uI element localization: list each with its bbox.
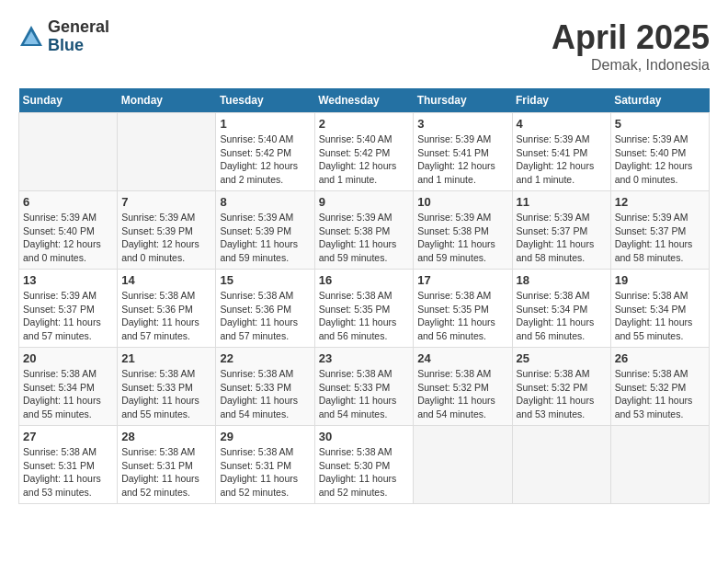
month-title: April 2025 — [552, 18, 710, 57]
day-number: 21 — [121, 351, 211, 365]
calendar-cell: 12Sunrise: 5:39 AM Sunset: 5:37 PM Dayli… — [610, 191, 709, 270]
calendar-cell: 8Sunrise: 5:39 AM Sunset: 5:39 PM Daylig… — [216, 191, 314, 270]
calendar-header-wednesday: Wednesday — [314, 88, 414, 113]
day-number: 17 — [417, 273, 507, 287]
calendar-cell: 24Sunrise: 5:38 AM Sunset: 5:32 PM Dayli… — [414, 348, 512, 426]
day-info: Sunrise: 5:38 AM Sunset: 5:33 PM Dayligh… — [319, 367, 410, 421]
day-info: Sunrise: 5:38 AM Sunset: 5:33 PM Dayligh… — [220, 367, 310, 421]
day-info: Sunrise: 5:39 AM Sunset: 5:37 PM Dayligh… — [517, 211, 607, 265]
calendar-header-sunday: Sunday — [19, 88, 118, 113]
day-number: 24 — [417, 351, 507, 365]
day-info: Sunrise: 5:39 AM Sunset: 5:37 PM Dayligh… — [615, 211, 705, 265]
calendar-cell: 29Sunrise: 5:38 AM Sunset: 5:31 PM Dayli… — [216, 426, 314, 504]
calendar-header-row: SundayMondayTuesdayWednesdayThursdayFrid… — [19, 88, 710, 113]
calendar-header-monday: Monday — [118, 88, 216, 113]
logo: General Blue — [18, 18, 109, 55]
day-info: Sunrise: 5:39 AM Sunset: 5:39 PM Dayligh… — [121, 211, 211, 265]
calendar-cell: 21Sunrise: 5:38 AM Sunset: 5:33 PM Dayli… — [118, 348, 216, 426]
day-number: 12 — [615, 195, 705, 209]
calendar-cell: 20Sunrise: 5:38 AM Sunset: 5:34 PM Dayli… — [19, 348, 118, 426]
calendar-cell: 11Sunrise: 5:39 AM Sunset: 5:37 PM Dayli… — [512, 191, 610, 270]
day-info: Sunrise: 5:38 AM Sunset: 5:36 PM Dayligh… — [220, 289, 310, 343]
calendar-header-tuesday: Tuesday — [216, 88, 314, 113]
day-info: Sunrise: 5:40 AM Sunset: 5:42 PM Dayligh… — [220, 132, 310, 187]
day-info: Sunrise: 5:39 AM Sunset: 5:38 PM Dayligh… — [319, 211, 410, 265]
day-info: Sunrise: 5:38 AM Sunset: 5:31 PM Dayligh… — [23, 445, 113, 500]
calendar-week-row: 27Sunrise: 5:38 AM Sunset: 5:31 PM Dayli… — [19, 426, 710, 504]
day-number: 19 — [615, 273, 705, 287]
day-info: Sunrise: 5:38 AM Sunset: 5:31 PM Dayligh… — [220, 445, 310, 500]
day-info: Sunrise: 5:38 AM Sunset: 5:33 PM Dayligh… — [121, 367, 211, 421]
calendar-cell: 14Sunrise: 5:38 AM Sunset: 5:36 PM Dayli… — [118, 270, 216, 348]
day-number: 28 — [121, 430, 211, 443]
calendar-cell: 5Sunrise: 5:39 AM Sunset: 5:40 PM Daylig… — [610, 113, 709, 191]
calendar-cell: 22Sunrise: 5:38 AM Sunset: 5:33 PM Dayli… — [216, 348, 314, 426]
day-number: 7 — [121, 195, 211, 209]
day-number: 5 — [615, 117, 705, 131]
calendar-cell: 28Sunrise: 5:38 AM Sunset: 5:31 PM Dayli… — [118, 426, 216, 504]
calendar-cell: 13Sunrise: 5:39 AM Sunset: 5:37 PM Dayli… — [19, 270, 118, 348]
day-info: Sunrise: 5:39 AM Sunset: 5:40 PM Dayligh… — [615, 132, 705, 187]
calendar-cell: 9Sunrise: 5:39 AM Sunset: 5:38 PM Daylig… — [314, 191, 414, 270]
calendar-cell — [610, 426, 709, 504]
day-info: Sunrise: 5:39 AM Sunset: 5:39 PM Dayligh… — [220, 211, 310, 265]
calendar-cell: 4Sunrise: 5:39 AM Sunset: 5:41 PM Daylig… — [512, 113, 610, 191]
day-info: Sunrise: 5:38 AM Sunset: 5:32 PM Dayligh… — [517, 367, 607, 421]
calendar-week-row: 1Sunrise: 5:40 AM Sunset: 5:42 PM Daylig… — [19, 113, 710, 191]
day-number: 20 — [23, 351, 113, 365]
day-number: 23 — [319, 351, 410, 365]
calendar-cell: 23Sunrise: 5:38 AM Sunset: 5:33 PM Dayli… — [314, 348, 414, 426]
calendar-cell: 18Sunrise: 5:38 AM Sunset: 5:34 PM Dayli… — [512, 270, 610, 348]
calendar-cell: 1Sunrise: 5:40 AM Sunset: 5:42 PM Daylig… — [216, 113, 314, 191]
calendar-cell: 16Sunrise: 5:38 AM Sunset: 5:35 PM Dayli… — [314, 270, 414, 348]
calendar-cell — [19, 113, 118, 191]
day-info: Sunrise: 5:39 AM Sunset: 5:40 PM Dayligh… — [23, 211, 113, 265]
day-number: 9 — [319, 195, 410, 209]
day-number: 6 — [23, 195, 113, 209]
day-number: 18 — [517, 273, 607, 287]
calendar-cell — [118, 113, 216, 191]
day-number: 30 — [319, 430, 410, 443]
day-info: Sunrise: 5:38 AM Sunset: 5:34 PM Dayligh… — [615, 289, 705, 343]
day-number: 10 — [417, 195, 507, 209]
calendar-cell: 26Sunrise: 5:38 AM Sunset: 5:32 PM Dayli… — [610, 348, 709, 426]
logo-general: General — [48, 18, 109, 37]
calendar-header-thursday: Thursday — [414, 88, 512, 113]
calendar-cell: 25Sunrise: 5:38 AM Sunset: 5:32 PM Dayli… — [512, 348, 610, 426]
page-header: General Blue April 2025 Demak, Indonesia — [18, 18, 710, 74]
day-info: Sunrise: 5:38 AM Sunset: 5:32 PM Dayligh… — [417, 367, 507, 421]
day-number: 11 — [517, 195, 607, 209]
calendar-cell — [414, 426, 512, 504]
title-block: April 2025 Demak, Indonesia — [552, 18, 710, 74]
day-info: Sunrise: 5:38 AM Sunset: 5:36 PM Dayligh… — [121, 289, 211, 343]
day-number: 1 — [220, 117, 310, 131]
day-number: 15 — [220, 273, 310, 287]
day-number: 16 — [319, 273, 410, 287]
day-number: 3 — [417, 117, 507, 131]
day-info: Sunrise: 5:39 AM Sunset: 5:41 PM Dayligh… — [517, 132, 607, 187]
calendar-cell: 15Sunrise: 5:38 AM Sunset: 5:36 PM Dayli… — [216, 270, 314, 348]
day-info: Sunrise: 5:39 AM Sunset: 5:38 PM Dayligh… — [417, 211, 507, 265]
day-number: 26 — [615, 351, 705, 365]
calendar-cell: 6Sunrise: 5:39 AM Sunset: 5:40 PM Daylig… — [19, 191, 118, 270]
day-info: Sunrise: 5:38 AM Sunset: 5:35 PM Dayligh… — [319, 289, 410, 343]
day-number: 13 — [23, 273, 113, 287]
day-info: Sunrise: 5:40 AM Sunset: 5:42 PM Dayligh… — [319, 132, 410, 187]
day-number: 27 — [23, 430, 113, 443]
calendar-cell: 19Sunrise: 5:38 AM Sunset: 5:34 PM Dayli… — [610, 270, 709, 348]
day-info: Sunrise: 5:38 AM Sunset: 5:30 PM Dayligh… — [319, 445, 410, 500]
calendar-cell: 10Sunrise: 5:39 AM Sunset: 5:38 PM Dayli… — [414, 191, 512, 270]
day-number: 2 — [319, 117, 410, 131]
calendar-header-saturday: Saturday — [610, 88, 709, 113]
calendar-week-row: 13Sunrise: 5:39 AM Sunset: 5:37 PM Dayli… — [19, 270, 710, 348]
calendar-cell: 27Sunrise: 5:38 AM Sunset: 5:31 PM Dayli… — [19, 426, 118, 504]
logo-text: General Blue — [48, 18, 109, 55]
calendar-cell: 17Sunrise: 5:38 AM Sunset: 5:35 PM Dayli… — [414, 270, 512, 348]
calendar-cell: 7Sunrise: 5:39 AM Sunset: 5:39 PM Daylig… — [118, 191, 216, 270]
day-info: Sunrise: 5:39 AM Sunset: 5:37 PM Dayligh… — [23, 289, 113, 343]
day-number: 8 — [220, 195, 310, 209]
calendar-cell: 3Sunrise: 5:39 AM Sunset: 5:41 PM Daylig… — [414, 113, 512, 191]
day-number: 29 — [220, 430, 310, 443]
day-info: Sunrise: 5:38 AM Sunset: 5:34 PM Dayligh… — [517, 289, 607, 343]
calendar-week-row: 6Sunrise: 5:39 AM Sunset: 5:40 PM Daylig… — [19, 191, 710, 270]
